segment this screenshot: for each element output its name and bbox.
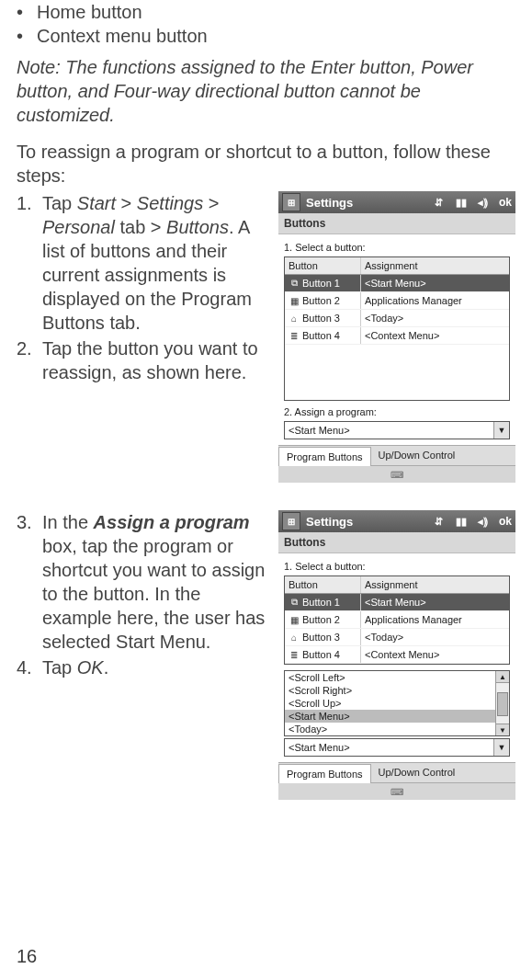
connectivity-icon[interactable]: ⇵ — [431, 513, 447, 530]
bullet-item: Context menu button — [37, 24, 515, 48]
panel-header: Buttons — [278, 532, 515, 553]
tab-updown-control[interactable]: Up/Down Control — [371, 763, 463, 782]
step-body: In the Assign a program box, tap the pro… — [42, 510, 266, 654]
steps-group-2: 3. In the Assign a program box, tap the … — [17, 510, 266, 681]
panel-header: Buttons — [278, 213, 515, 234]
scrollbar[interactable]: ▲ ▼ — [495, 671, 509, 735]
titlebar: ⊞ Settings ⇵ ▮▮ ◂⸩ ok — [278, 191, 515, 213]
volume-icon[interactable]: ◂⸩ — [475, 513, 492, 530]
step-number: 1. — [17, 191, 42, 335]
intro-text: To reassign a program or shortcut to a b… — [17, 140, 515, 188]
ok-button[interactable]: ok — [499, 196, 512, 209]
button-icon: ⌂ — [289, 632, 300, 643]
col-header-button: Button — [285, 257, 361, 274]
col-header-button: Button — [285, 576, 361, 593]
tab-program-buttons[interactable]: Program Buttons — [278, 764, 371, 783]
droplist-item[interactable]: <Scroll Right> — [285, 684, 495, 697]
button-name: Button 1 — [302, 597, 340, 608]
button-name: Button 2 — [302, 295, 340, 306]
table-row[interactable]: ▦Button 2Applications Manager — [285, 292, 509, 310]
steps-group-1: 1. Tap Start > Settings > Personal tab >… — [17, 191, 266, 386]
screenshot-settings-buttons-2: ⊞ Settings ⇵ ▮▮ ◂⸩ ok Buttons 1. Select … — [278, 510, 515, 800]
assign-program-combo[interactable]: <Start Menu> ▼ — [284, 421, 510, 439]
button-assignment: <Today> — [361, 310, 509, 326]
note-text: Note: The functions assigned to the Ente… — [17, 55, 515, 127]
col-header-assignment: Assignment — [361, 257, 509, 274]
button-name: Button 1 — [302, 278, 340, 289]
button-name: Button 4 — [302, 330, 340, 341]
step-body: Tap OK. — [42, 655, 266, 679]
step-body: Tap Start > Settings > Personal tab > Bu… — [42, 191, 266, 335]
connectivity-icon[interactable]: ⇵ — [431, 194, 447, 211]
table-row[interactable]: ⌂Button 3<Today> — [285, 629, 509, 646]
tab-updown-control[interactable]: Up/Down Control — [371, 446, 463, 465]
combo-value: <Start Menu> — [285, 425, 493, 436]
button-assignment: <Context Menu> — [361, 327, 509, 344]
caption-select: 1. Select a button: — [284, 242, 510, 253]
button-icon: ▦ — [289, 295, 300, 306]
tab-program-buttons[interactable]: Program Buttons — [278, 447, 371, 466]
caption-assign: 2. Assign a program: — [284, 406, 510, 417]
button-name: Button 2 — [302, 614, 340, 625]
sip-keyboard-icon[interactable]: ⌨ — [278, 465, 515, 483]
scroll-up-icon[interactable]: ▲ — [496, 671, 509, 683]
button-icon: ⧉ — [289, 597, 300, 608]
bullet-item: Home button — [37, 0, 515, 24]
chevron-down-icon[interactable]: ▼ — [493, 739, 509, 756]
droplist-item[interactable]: <Today> — [285, 723, 495, 735]
button-icon: ▦ — [289, 614, 300, 625]
assign-program-combo[interactable]: <Start Menu> ▼ — [284, 738, 510, 757]
table-row[interactable]: ▦Button 2Applications Manager — [285, 611, 509, 629]
droplist-item[interactable]: <Scroll Left> — [285, 671, 495, 684]
volume-icon[interactable]: ◂⸩ — [475, 194, 492, 211]
button-icon: ⌂ — [289, 313, 300, 324]
assign-program-droplist[interactable]: <Scroll Left><Scroll Right><Scroll Up><S… — [284, 670, 510, 736]
window-title: Settings — [306, 196, 425, 210]
table-row[interactable]: ⧉Button 1<Start Menu> — [285, 594, 509, 611]
droplist-item[interactable]: <Start Menu> — [285, 710, 495, 723]
step-number: 2. — [17, 336, 42, 384]
step-number: 3. — [17, 510, 42, 654]
button-name: Button 3 — [302, 632, 340, 643]
start-icon[interactable]: ⊞ — [282, 193, 300, 211]
intro-bullets: Home button Context menu button — [17, 0, 515, 48]
table-row[interactable]: ≣Button 4<Context Menu> — [285, 327, 509, 345]
table-row[interactable]: ⌂Button 3<Today> — [285, 310, 509, 327]
button-assignment: Applications Manager — [361, 292, 509, 309]
signal-icon[interactable]: ▮▮ — [453, 513, 470, 530]
scroll-thumb[interactable] — [497, 692, 508, 716]
button-assignment: <Start Menu> — [361, 594, 509, 610]
droplist-item[interactable]: <Scroll Up> — [285, 697, 495, 710]
ok-button[interactable]: ok — [499, 515, 512, 528]
combo-value: <Start Menu> — [285, 742, 493, 753]
table-row[interactable]: ≣Button 4<Context Menu> — [285, 646, 509, 664]
button-listbox[interactable]: Button Assignment ⧉Button 1<Start Menu>▦… — [284, 575, 510, 665]
start-icon[interactable]: ⊞ — [282, 512, 300, 530]
button-icon: ≣ — [289, 330, 300, 341]
step-body: Tap the button you want to reassign, as … — [42, 336, 266, 384]
button-name: Button 4 — [302, 649, 340, 660]
window-title: Settings — [306, 515, 425, 529]
chevron-down-icon[interactable]: ▼ — [493, 422, 509, 439]
table-row[interactable]: ⧉Button 1<Start Menu> — [285, 275, 509, 292]
button-assignment: <Start Menu> — [361, 275, 509, 291]
button-assignment: Applications Manager — [361, 611, 509, 628]
scroll-down-icon[interactable]: ▼ — [496, 724, 509, 735]
titlebar: ⊞ Settings ⇵ ▮▮ ◂⸩ ok — [278, 510, 515, 532]
button-name: Button 3 — [302, 313, 340, 324]
caption-select: 1. Select a button: — [284, 561, 510, 572]
sip-keyboard-icon[interactable]: ⌨ — [278, 782, 515, 800]
button-icon: ⧉ — [289, 278, 300, 289]
step-number: 4. — [17, 655, 42, 679]
button-assignment: <Today> — [361, 629, 509, 645]
col-header-assignment: Assignment — [361, 576, 509, 593]
screenshot-settings-buttons-1: ⊞ Settings ⇵ ▮▮ ◂⸩ ok Buttons 1. Select … — [278, 191, 515, 483]
signal-icon[interactable]: ▮▮ — [453, 194, 470, 211]
button-listbox[interactable]: Button Assignment ⧉Button 1<Start Menu>▦… — [284, 256, 510, 401]
button-icon: ≣ — [289, 649, 300, 660]
page-number: 16 — [17, 946, 37, 967]
button-assignment: <Context Menu> — [361, 646, 509, 663]
